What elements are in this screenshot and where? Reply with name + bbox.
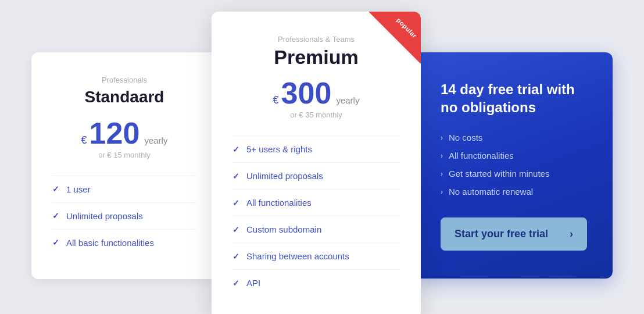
- standard-feature-2-label: Unlimited proposals: [66, 211, 143, 221]
- trial-feature-2: › All functionalities: [441, 151, 587, 160]
- premium-feature-5-label: Sharing between accounts: [246, 251, 349, 261]
- trial-chevron-4: ›: [441, 188, 443, 196]
- trial-button-arrow-icon: ›: [570, 228, 573, 240]
- premium-feature-1-label: 5+ users & rights: [246, 144, 312, 154]
- trial-feature-4: › No automatic renewal: [441, 187, 587, 197]
- pricing-container: Professionals Standaard € 120 yearly or …: [0, 0, 644, 314]
- standard-monthly: or € 15 monthly: [52, 151, 196, 159]
- premium-feature-5: ✓ Sharing between accounts: [232, 242, 400, 269]
- trial-button[interactable]: Start your free trial ›: [441, 217, 587, 251]
- premium-currency: €: [273, 94, 279, 106]
- premium-check-3: ✓: [232, 198, 239, 208]
- standard-price-row: € 120 yearly: [52, 118, 196, 148]
- standard-price: 120: [90, 118, 140, 148]
- trial-chevron-3: ›: [441, 170, 443, 178]
- check-icon-3: ✓: [52, 238, 59, 247]
- standard-period: yearly: [144, 135, 167, 145]
- standard-subtitle: Professionals: [52, 76, 196, 84]
- premium-price: 300: [281, 78, 332, 108]
- premium-feature-3-label: All functionalities: [246, 198, 312, 208]
- popular-badge: popular: [368, 12, 421, 64]
- trial-feature-2-label: All functionalities: [449, 151, 514, 160]
- premium-feature-4: ✓ Custom subdomain: [232, 216, 400, 242]
- premium-features-list: ✓ 5+ users & rights ✓ Unlimited proposal…: [232, 135, 400, 296]
- premium-check-2: ✓: [232, 172, 239, 181]
- premium-feature-2-label: Unlimited proposals: [246, 171, 323, 181]
- trial-chevron-1: ›: [441, 134, 443, 142]
- premium-check-5: ✓: [232, 252, 239, 261]
- standard-feature-1-label: 1 user: [66, 184, 91, 194]
- standard-currency: €: [81, 134, 87, 147]
- check-icon-2: ✓: [52, 211, 59, 220]
- standard-feature-3-label: All basic functionalities: [66, 238, 154, 248]
- standard-feature-3: ✓ All basic functionalities: [52, 229, 196, 256]
- premium-check-6: ✓: [232, 279, 239, 288]
- premium-check-1: ✓: [232, 145, 239, 154]
- check-icon-1: ✓: [52, 184, 59, 194]
- standard-feature-2: ✓ Unlimited proposals: [52, 202, 196, 229]
- premium-feature-6-label: API: [246, 278, 260, 288]
- premium-feature-6: ✓ API: [232, 269, 400, 296]
- popular-label: popular: [395, 16, 418, 39]
- standard-card: Professionals Standaard € 120 yearly or …: [31, 52, 217, 279]
- trial-features-list: › No costs › All functionalities › Get s…: [441, 133, 587, 197]
- trial-feature-1-label: No costs: [449, 133, 482, 142]
- trial-feature-1: › No costs: [441, 133, 587, 142]
- trial-button-label: Start your free trial: [455, 228, 548, 240]
- premium-price-row: € 300 yearly: [232, 78, 400, 108]
- trial-feature-4-label: No automatic renewal: [449, 187, 533, 197]
- premium-period: yearly: [336, 95, 359, 105]
- trial-feature-3-label: Get started within minutes: [449, 169, 549, 179]
- trial-card: 14 day free trial with no obligations › …: [415, 52, 613, 279]
- premium-monthly: or € 35 monthly: [232, 110, 400, 119]
- premium-check-4: ✓: [232, 225, 239, 234]
- standard-title: Standaard: [52, 88, 196, 106]
- premium-feature-2: ✓ Unlimited proposals: [232, 162, 400, 189]
- trial-feature-3: › Get started within minutes: [441, 169, 587, 179]
- trial-chevron-2: ›: [441, 152, 443, 160]
- standard-feature-1: ✓ 1 user: [52, 176, 196, 202]
- premium-card: popular Professionals & Teams Premium € …: [212, 12, 421, 314]
- premium-feature-1: ✓ 5+ users & rights: [232, 135, 400, 162]
- premium-feature-4-label: Custom subdomain: [246, 224, 321, 234]
- standard-features-list: ✓ 1 user ✓ Unlimited proposals ✓ All bas…: [52, 176, 196, 256]
- trial-title: 14 day free trial with no obligations: [441, 80, 587, 116]
- premium-feature-3: ✓ All functionalities: [232, 189, 400, 216]
